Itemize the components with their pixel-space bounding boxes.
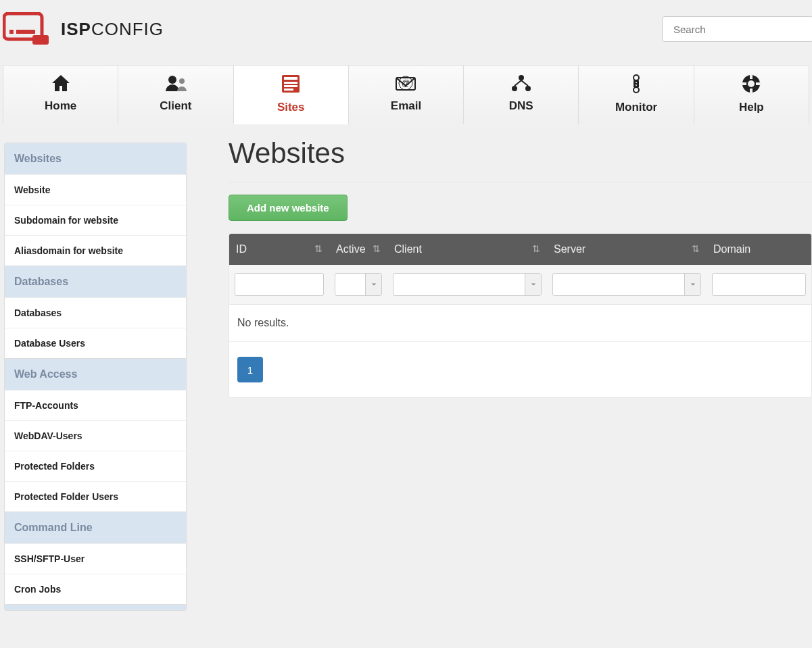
sidebar-item-database-users[interactable]: Database Users [5, 328, 186, 358]
logo-mark-icon [3, 12, 51, 46]
nav-email[interactable]: @ Email [348, 65, 464, 124]
filter-server-select[interactable] [552, 273, 701, 296]
logo: ISPCONFIG [3, 12, 164, 46]
column-domain-label: Domain [713, 243, 750, 255]
svg-rect-8 [284, 82, 297, 84]
chevron-down-icon [525, 274, 541, 295]
sidebar-item-subdomain[interactable]: Subdomain for website [5, 205, 186, 235]
column-header-server[interactable]: Server ⇅ [547, 234, 707, 265]
websites-table: ID ⇅ Active ⇅ Client ⇅ Server [229, 233, 812, 398]
monitor-icon [629, 74, 643, 94]
svg-rect-19 [634, 80, 639, 87]
svg-rect-2 [16, 30, 35, 34]
no-results-text: No results. [229, 305, 811, 342]
svg-point-5 [179, 78, 185, 84]
svg-rect-25 [750, 89, 753, 94]
chevron-down-icon [365, 274, 381, 295]
sort-icon[interactable]: ⇅ [373, 243, 381, 254]
sidebar-section-next [5, 604, 186, 610]
nav-client[interactable]: Client [118, 65, 233, 124]
sidebar-item-databases[interactable]: Databases [5, 297, 186, 328]
svg-point-21 [636, 84, 637, 86]
filter-domain-input[interactable] [712, 273, 806, 296]
sidebar: Websites Website Subdomain for website A… [4, 143, 187, 611]
nav-monitor[interactable]: Monitor [578, 65, 694, 124]
nav-dns-label: DNS [464, 99, 578, 113]
sort-icon[interactable]: ⇅ [692, 243, 700, 254]
svg-rect-9 [284, 85, 297, 87]
column-header-domain[interactable]: Domain [707, 234, 811, 265]
column-header-id[interactable]: ID ⇅ [229, 234, 329, 265]
column-id-label: ID [236, 243, 247, 255]
nav-client-label: Client [118, 99, 233, 113]
column-client-label: Client [394, 243, 422, 255]
svg-rect-3 [32, 35, 49, 45]
nav-help[interactable]: Help [694, 65, 809, 124]
svg-point-14 [519, 75, 524, 80]
svg-rect-7 [284, 77, 297, 80]
svg-point-17 [634, 75, 639, 80]
search-field[interactable] [662, 16, 812, 42]
sort-icon[interactable]: ⇅ [314, 243, 323, 254]
filter-id-input[interactable] [235, 273, 324, 296]
column-server-label: Server [554, 243, 586, 255]
main-nav: Home Client Sites @ Email [3, 65, 809, 124]
svg-rect-10 [284, 89, 293, 91]
nav-sites[interactable]: Sites [233, 65, 349, 124]
main-content: Websites Add new website ID ⇅ Active ⇅ [229, 143, 812, 398]
sidebar-item-cron[interactable]: Cron Jobs [5, 574, 186, 604]
svg-rect-26 [741, 82, 746, 85]
page-1-button[interactable]: 1 [237, 357, 263, 382]
email-icon: @ [395, 74, 416, 93]
filter-active-select[interactable] [335, 273, 382, 296]
nav-sites-label: Sites [234, 101, 348, 114]
page-title: Websites [229, 137, 812, 182]
add-website-button[interactable]: Add new website [229, 195, 348, 221]
sidebar-item-ftp[interactable]: FTP-Accounts [5, 390, 186, 420]
chevron-down-icon [684, 274, 700, 295]
column-header-active[interactable]: Active ⇅ [329, 234, 387, 265]
sidebar-item-aliasdomain[interactable]: Aliasdomain for website [5, 235, 186, 266]
home-icon [51, 74, 71, 93]
svg-point-23 [748, 80, 755, 87]
sidebar-section-databases: Databases [5, 266, 186, 297]
nav-monitor-label: Monitor [579, 101, 693, 114]
nav-home[interactable]: Home [3, 65, 118, 124]
svg-point-18 [634, 87, 639, 93]
svg-rect-1 [9, 30, 14, 34]
svg-point-16 [525, 86, 531, 91]
svg-text:@: @ [402, 78, 410, 88]
help-icon [741, 74, 761, 94]
svg-point-4 [168, 76, 176, 84]
sites-icon [281, 74, 301, 94]
svg-rect-27 [756, 82, 761, 85]
nav-dns[interactable]: DNS [463, 65, 579, 124]
sidebar-section-websites: Websites [5, 143, 186, 174]
column-active-label: Active [336, 243, 366, 255]
client-icon [164, 74, 187, 93]
sidebar-item-protected-folder-users[interactable]: Protected Folder Users [5, 481, 186, 512]
dns-icon [510, 74, 532, 93]
sidebar-item-protected-folders[interactable]: Protected Folders [5, 451, 186, 481]
pagination: 1 [229, 342, 811, 397]
nav-home-label: Home [3, 99, 118, 113]
sidebar-section-webaccess: Web Access [5, 358, 186, 390]
sidebar-item-website[interactable]: Website [5, 174, 186, 205]
svg-rect-24 [750, 74, 753, 79]
logo-text: ISPCONFIG [61, 19, 164, 40]
sort-icon[interactable]: ⇅ [532, 243, 540, 254]
svg-point-20 [636, 82, 637, 83]
svg-point-15 [512, 86, 517, 91]
filter-client-select[interactable] [393, 273, 542, 296]
search-input[interactable] [672, 23, 803, 36]
sidebar-section-commandline: Command Line [5, 512, 186, 543]
nav-email-label: Email [349, 99, 463, 113]
sidebar-item-ssh[interactable]: SSH/SFTP-User [5, 543, 186, 574]
nav-help-label: Help [694, 101, 809, 114]
sidebar-item-webdav[interactable]: WebDAV-Users [5, 420, 186, 451]
column-header-client[interactable]: Client ⇅ [387, 234, 547, 265]
